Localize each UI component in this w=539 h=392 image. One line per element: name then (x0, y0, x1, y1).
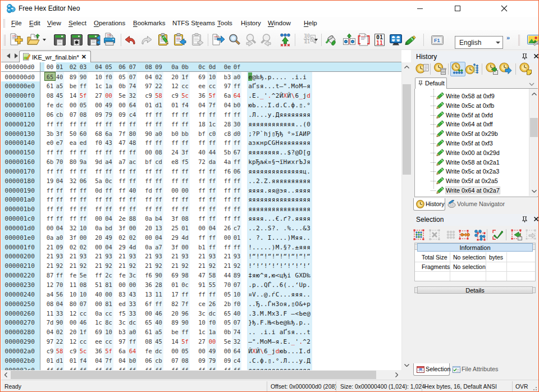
byte-cell[interactable]: 0d (93, 187, 104, 194)
byte-cell[interactable]: 21 (67, 253, 79, 259)
byte-cell[interactable]: 3f (54, 130, 65, 137)
byte-cell[interactable]: 90 (143, 130, 154, 137)
history-list[interactable]: Write 0x58 at 0xf9Write 0x5c at 0xfbWrit… (414, 89, 538, 197)
byte-cell[interactable]: 0c (103, 177, 115, 184)
byte-cell[interactable]: 40 (231, 310, 243, 317)
byte-cell[interactable]: 90 (180, 319, 191, 326)
ascii-cell[interactable]: я (303, 244, 307, 251)
ascii-cell[interactable]: ? (287, 244, 291, 251)
byte-cell[interactable]: 05 (117, 74, 128, 80)
byte-cell[interactable]: 67 (231, 149, 243, 156)
byte-cell[interactable]: 26 (207, 300, 218, 307)
ascii-cell[interactable]: я (303, 111, 307, 118)
byte-cell[interactable]: 92 (180, 262, 191, 269)
ascii-cell[interactable]: я (295, 168, 299, 175)
byte-cell[interactable]: 40 (93, 291, 104, 298)
ascii-cell[interactable]: d (276, 348, 280, 355)
ascii-cell[interactable]: я (276, 168, 280, 175)
byte-cell[interactable]: 49 (103, 102, 115, 108)
ascii-cell[interactable]: . (280, 291, 284, 298)
history-item[interactable]: Write 0x5f at 0xf3 (415, 139, 527, 148)
ascii-cell[interactable]: М (268, 338, 272, 345)
byte-cell[interactable]: 9d (93, 158, 104, 165)
byte-cell[interactable]: ff (54, 168, 65, 175)
byte-cell[interactable]: ff (93, 196, 104, 203)
ascii-cell[interactable]: я (260, 121, 264, 128)
ascii-cell[interactable]: G (295, 272, 299, 279)
byte-cell[interactable]: ff (77, 196, 89, 203)
hex-row-00000200[interactable]: 0000020021932193219321932193219321932193… (1, 252, 401, 261)
ascii-cell[interactable]: E (283, 338, 287, 345)
ascii-cell[interactable]: М (260, 310, 264, 317)
ascii-cell[interactable]: ї (295, 130, 299, 138)
ascii-cell[interactable]: . (272, 111, 276, 118)
ascii-cell[interactable]: J (303, 158, 307, 166)
byte-cell[interactable]: 32 (127, 92, 138, 99)
ascii-cell[interactable]: . (280, 74, 284, 81)
print-icon[interactable] (102, 33, 117, 47)
byte-cell[interactable]: 04 (93, 357, 104, 364)
menu-view[interactable]: View (47, 20, 61, 26)
byte-cell[interactable]: 08 (153, 149, 165, 156)
byte-cell[interactable]: 24 (170, 149, 181, 156)
byte-cell[interactable]: 89 (231, 272, 243, 279)
history-item[interactable]: Write 0x00 at 0x29d (415, 148, 527, 158)
byte-cell[interactable]: 92 (231, 262, 243, 269)
byte-cell[interactable]: 02 (67, 244, 79, 250)
ascii-cell[interactable]: . (264, 300, 268, 308)
ascii-cell[interactable]: . (291, 348, 295, 355)
byte-cell[interactable]: 8c (103, 319, 115, 326)
ascii-cell[interactable]: . (303, 102, 307, 109)
ascii-cell[interactable]: 0 (307, 121, 310, 128)
dock-tab-volume-navigator[interactable]: Volume Navigator (445, 198, 507, 211)
ascii-cell[interactable]: ▯ (299, 102, 303, 109)
close-button[interactable] (491, 1, 517, 16)
byte-cell[interactable]: 82 (170, 300, 181, 307)
byte-cell[interactable]: 69 (93, 329, 104, 335)
ascii-cell[interactable]: Њ (268, 319, 272, 326)
byte-cell[interactable]: 1f (180, 74, 191, 80)
byte-cell[interactable]: 07 (127, 74, 138, 80)
ascii-cell[interactable]: ‰ (307, 272, 310, 279)
ascii-cell[interactable]: ‚ (287, 300, 291, 308)
byte-cell[interactable]: 64 (231, 92, 243, 99)
dropdown-arrow-icon[interactable] (314, 39, 318, 41)
ascii-cell[interactable]: я (291, 206, 295, 213)
help-f1-icon[interactable]: F1 (430, 33, 445, 47)
history-flat-view-icon[interactable] (451, 62, 464, 76)
byte-cell[interactable]: ff (117, 196, 128, 203)
byte-cell[interactable]: 0a (143, 244, 154, 250)
byte-cell[interactable]: a5 (54, 83, 65, 89)
ascii-cell[interactable]: Ґ (283, 329, 287, 336)
ascii-cell[interactable]: I (268, 234, 272, 241)
scroll-up-icon[interactable] (403, 63, 410, 71)
byte-cell[interactable]: ff (197, 206, 208, 212)
ascii-cell[interactable]: ѕ (256, 83, 260, 90)
byte-cell[interactable]: ff (207, 139, 218, 146)
byte-cell[interactable]: ff (180, 139, 191, 146)
ascii-cell[interactable]: . (280, 215, 284, 222)
byte-cell[interactable]: 3f (117, 225, 128, 231)
ascii-cell[interactable]: ! (256, 262, 260, 270)
ascii-cell[interactable]: я (248, 187, 252, 194)
byte-cell[interactable]: 02 (153, 74, 165, 80)
ascii-cell[interactable]: ! (280, 253, 284, 260)
ascii-cell[interactable]: Q (264, 281, 268, 289)
ascii-cell[interactable]: я (276, 121, 280, 128)
ascii-cell[interactable]: Ь (283, 348, 287, 355)
byte-cell[interactable]: 21 (93, 253, 104, 259)
ascii-cell[interactable]: ї (280, 158, 284, 166)
menu-file[interactable]: File (11, 20, 22, 26)
byte-cell[interactable]: 06 (231, 168, 243, 175)
ascii-cell[interactable]: я (276, 149, 280, 156)
byte-cell[interactable]: 00 (143, 310, 154, 317)
ascii-cell[interactable]: ’ (307, 262, 310, 270)
ascii-cell[interactable]: “ (291, 253, 295, 260)
ascii-cell[interactable]: 2 (256, 177, 260, 185)
ascii-cell[interactable]: я (264, 168, 268, 175)
byte-cell[interactable]: 00 (170, 348, 181, 354)
ascii-cell[interactable]: . (256, 281, 260, 289)
byte-cell[interactable]: 09 (54, 244, 65, 250)
byte-cell[interactable]: ff (93, 121, 104, 127)
ascii-cell[interactable]: Й (280, 92, 284, 99)
